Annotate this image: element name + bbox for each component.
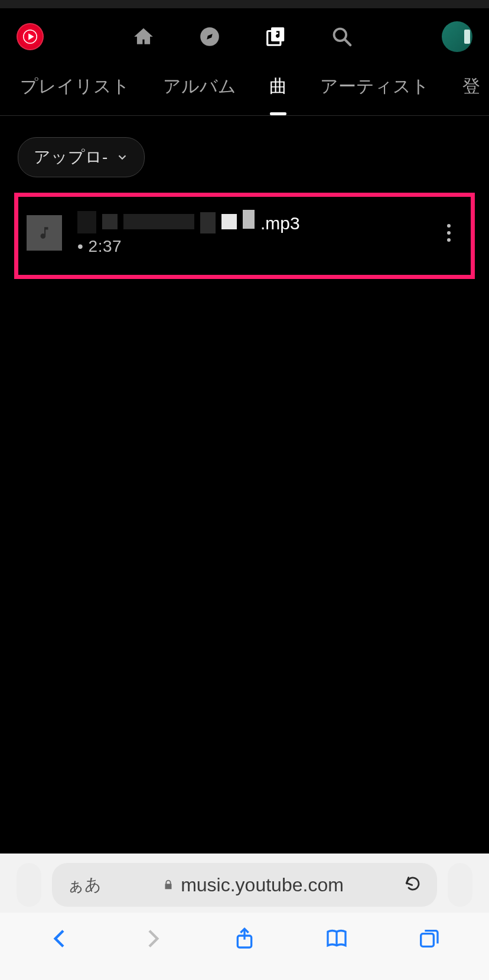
upload-filter-chip[interactable]: アップロ-	[18, 137, 145, 177]
app-header	[0, 8, 489, 58]
safari-toolbar	[0, 913, 489, 980]
song-more-menu-button[interactable]	[438, 218, 460, 248]
redacted-text	[102, 214, 118, 229]
music-note-icon	[37, 225, 52, 241]
song-row[interactable]: .mp3 • 2:37	[23, 207, 466, 258]
safari-chrome: ぁあ music.youtube.com	[0, 854, 489, 980]
redacted-text	[123, 214, 194, 229]
back-button[interactable]	[46, 924, 74, 953]
chevron-left-icon	[48, 927, 72, 950]
redacted-text	[243, 210, 255, 229]
book-icon	[325, 927, 348, 950]
prev-tab-peek[interactable]	[17, 863, 41, 907]
redacted-text	[200, 212, 216, 233]
share-icon	[233, 927, 256, 950]
app-viewport: プレイリスト アルバム 曲 アーティスト 登 アップロ-	[0, 0, 489, 854]
annotation-highlight-box: .mp3 • 2:37	[14, 193, 475, 279]
reload-button[interactable]	[404, 875, 422, 895]
youtube-music-logo[interactable]	[17, 23, 44, 50]
svg-rect-11	[421, 934, 434, 947]
tab-albums[interactable]: アルバム	[163, 74, 236, 115]
home-icon[interactable]	[132, 25, 155, 48]
header-nav	[132, 25, 354, 48]
library-music-icon[interactable]	[264, 25, 288, 48]
bookmarks-button[interactable]	[322, 924, 351, 953]
search-icon[interactable]	[330, 25, 354, 48]
chevron-down-icon	[116, 151, 129, 164]
share-button[interactable]	[230, 924, 259, 953]
tabs-button[interactable]	[415, 924, 443, 953]
tab-subscriptions-partial[interactable]: 登	[462, 74, 480, 115]
reader-aa-button[interactable]: ぁあ	[67, 874, 102, 896]
song-meta: .mp3 • 2:37	[77, 210, 422, 256]
lock-icon	[162, 878, 175, 891]
forward-button[interactable]	[138, 924, 167, 953]
address-bar-row: ぁあ music.youtube.com	[0, 854, 489, 913]
chevron-right-icon	[141, 927, 164, 950]
address-bar[interactable]: ぁあ music.youtube.com	[52, 863, 437, 907]
status-bar-spacer	[0, 0, 489, 8]
song-thumbnail-placeholder	[27, 215, 62, 251]
tab-playlists[interactable]: プレイリスト	[20, 74, 130, 115]
play-circle-icon	[21, 28, 39, 46]
library-tabs: プレイリスト アルバム 曲 アーティスト 登	[0, 58, 489, 116]
filter-chip-row: アップロ-	[0, 116, 489, 190]
next-tab-peek[interactable]	[448, 863, 472, 907]
tab-artists[interactable]: アーティスト	[320, 74, 429, 115]
tabs-icon	[417, 927, 441, 950]
url-display: music.youtube.com	[102, 874, 404, 896]
upload-filter-label: アップロ-	[34, 146, 107, 168]
redacted-text	[221, 214, 237, 229]
svg-marker-1	[28, 33, 34, 40]
compass-icon[interactable]	[198, 25, 221, 48]
user-avatar[interactable]	[442, 21, 472, 52]
redacted-text	[77, 211, 96, 233]
song-title-extension: .mp3	[260, 213, 300, 233]
svg-line-7	[345, 40, 351, 46]
song-duration: • 2:37	[77, 237, 422, 256]
song-title: .mp3	[77, 210, 422, 233]
tab-songs[interactable]: 曲	[269, 74, 287, 115]
url-text: music.youtube.com	[181, 874, 344, 896]
more-vertical-icon	[447, 224, 451, 228]
